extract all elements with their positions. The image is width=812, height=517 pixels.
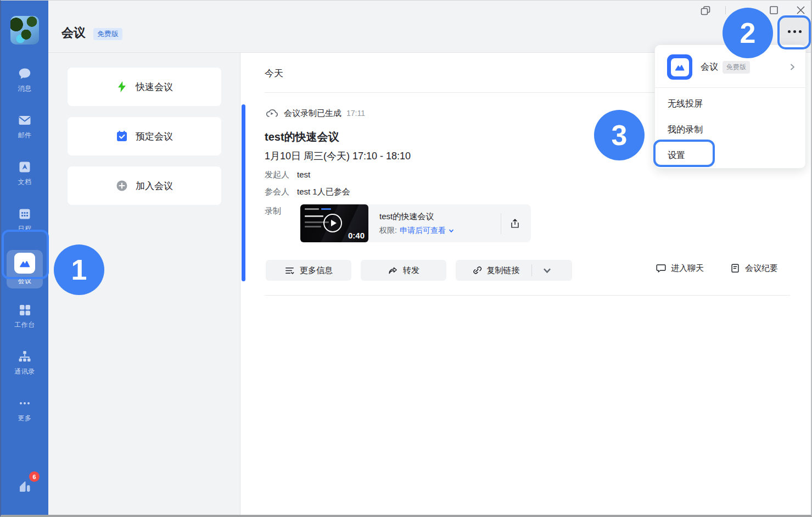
menu-free-badge: 免费版 xyxy=(723,61,750,74)
play-icon[interactable] xyxy=(323,214,342,232)
more-options-menu: 会议 免费版 无线投屏 我的录制 设置 xyxy=(654,45,806,169)
maximize-button[interactable] xyxy=(769,5,779,15)
recording-row-label: 录制 xyxy=(265,206,281,216)
user-avatar[interactable] xyxy=(10,16,39,45)
app-window: 消息 邮件 文档 日程 会议 工作台 xyxy=(0,0,812,517)
sidebar-item-label: 日程 xyxy=(18,224,32,234)
close-icon xyxy=(795,4,807,16)
button-label: 更多信息 xyxy=(300,265,333,276)
quick-meeting-button[interactable]: 快速会议 xyxy=(68,68,221,106)
share-recording-button[interactable] xyxy=(509,218,531,230)
schedule-meeting-button[interactable]: 预定会议 xyxy=(68,117,221,155)
sidebar-item-label: 工作台 xyxy=(14,320,35,330)
sidebar-item-meetings[interactable]: 会议 xyxy=(7,250,43,288)
forward-button[interactable]: 转发 xyxy=(361,260,446,281)
notification-badge: 6 xyxy=(29,471,40,482)
lightning-icon xyxy=(115,80,128,93)
recording-status-row: 会议录制已生成 17:11 xyxy=(265,106,365,120)
titlebar-divider xyxy=(725,6,726,14)
chevron-right-icon xyxy=(788,63,797,71)
chevron-down-icon xyxy=(448,227,455,234)
selected-item-indicator xyxy=(242,104,245,281)
sidebar-item-label: 消息 xyxy=(18,84,32,93)
button-label: 进入聊天 xyxy=(671,263,704,274)
button-label: 加入会议 xyxy=(136,180,173,192)
join-meeting-button[interactable]: 加入会议 xyxy=(68,166,221,205)
button-label: 快速会议 xyxy=(136,81,173,93)
maximize-icon xyxy=(769,5,779,15)
permission-label: 权限: xyxy=(379,226,397,236)
menu-app-name: 会议 xyxy=(701,62,718,73)
sidebar-item-announcement[interactable]: 6 xyxy=(15,476,34,497)
organizer-label: 发起人 xyxy=(265,170,289,180)
document-icon xyxy=(17,159,32,175)
divider xyxy=(501,213,501,234)
pop-out-icon xyxy=(699,4,712,17)
button-label: 复制链接 xyxy=(487,265,520,276)
sidebar-item-label: 文档 xyxy=(18,177,32,187)
org-tree-icon xyxy=(17,349,32,364)
step2-badge: 2 xyxy=(723,8,773,58)
sidebar-item-calendar[interactable]: 日程 xyxy=(7,203,43,236)
sidebar-item-label: 会议 xyxy=(18,276,32,286)
recording-info: test的快速会议 权限: 申请后可查看 xyxy=(368,212,501,236)
divider xyxy=(655,87,805,88)
organizer-row: 发起人 test xyxy=(265,170,310,180)
button-label: 转发 xyxy=(403,265,419,276)
share-icon xyxy=(509,218,521,230)
app-sidebar: 消息 邮件 文档 日程 会议 工作台 xyxy=(1,1,48,515)
recording-title: test的快速会议 xyxy=(379,212,501,222)
meeting-icon xyxy=(14,253,35,274)
meeting-datetime: 1月10日 周三(今天) 17:10 - 18:10 xyxy=(265,149,411,163)
sidebar-item-contacts[interactable]: 通讯录 xyxy=(7,346,43,379)
participants-label: 参会人 xyxy=(265,187,289,197)
recording-status-text: 会议录制已生成 xyxy=(284,108,341,119)
forward-arrow-icon xyxy=(388,265,398,276)
sidebar-item-docs[interactable]: 文档 xyxy=(7,157,43,190)
sidebar-item-label: 邮件 xyxy=(18,131,32,140)
sidebar-nav: 消息 邮件 文档 日程 会议 工作台 xyxy=(1,63,48,440)
menu-item-my-recordings[interactable]: 我的录制 xyxy=(655,117,805,143)
participants-row: 参会人 test 1人已参会 xyxy=(265,187,350,197)
recording-status-time: 17:11 xyxy=(346,109,365,118)
copy-link-button[interactable]: 复制链接 xyxy=(456,260,572,281)
grid-icon xyxy=(17,302,32,318)
sidebar-item-label: 通讯录 xyxy=(14,367,35,376)
sidebar-item-workbench[interactable]: 工作台 xyxy=(7,299,43,332)
sidebar-item-messages[interactable]: 消息 xyxy=(7,63,43,96)
pop-out-window-button[interactable] xyxy=(699,4,712,17)
page-title: 会议 xyxy=(61,25,86,41)
date-group-header: 今天 xyxy=(265,67,283,80)
menu-item-settings[interactable]: 设置 xyxy=(655,143,805,169)
meeting-title: test的快速会议 xyxy=(265,130,339,144)
more-options-button[interactable] xyxy=(780,18,809,46)
minutes-doc-icon xyxy=(730,263,741,274)
calendar-check-icon xyxy=(115,130,128,143)
recording-thumbnail[interactable]: 0:40 xyxy=(300,204,368,242)
button-label: 会议纪要 xyxy=(745,263,778,274)
participants-value: test 1人已参会 xyxy=(297,187,350,197)
sidebar-item-mail[interactable]: 邮件 xyxy=(7,110,43,143)
ellipsis-icon xyxy=(788,30,791,33)
enter-chat-button[interactable]: 进入聊天 xyxy=(656,263,704,274)
more-info-button[interactable]: 更多信息 xyxy=(266,260,351,281)
calendar-icon xyxy=(17,206,32,221)
meeting-minutes-button[interactable]: 会议纪要 xyxy=(730,263,778,274)
step1-badge: 1 xyxy=(54,244,104,295)
organizer-value: test xyxy=(297,170,310,180)
chevron-down-icon xyxy=(542,265,552,276)
close-button[interactable] xyxy=(795,4,807,16)
recording-card: 0:40 test的快速会议 权限: 申请后可查看 xyxy=(300,204,531,242)
copy-link-dropdown-button[interactable] xyxy=(538,265,557,276)
meeting-app-icon xyxy=(667,54,692,80)
list-icon xyxy=(284,265,295,276)
permission-selector[interactable]: 申请后可查看 xyxy=(400,226,455,236)
recording-label: 录制 xyxy=(265,206,281,216)
menu-item-wireless-projection[interactable]: 无线投屏 xyxy=(655,91,805,117)
divider xyxy=(265,295,790,296)
sidebar-item-more[interactable]: 更多 xyxy=(7,393,43,426)
chat-bubble-icon xyxy=(17,66,32,81)
recording-duration: 0:40 xyxy=(348,231,365,240)
link-icon xyxy=(472,265,482,276)
envelope-icon xyxy=(17,113,32,128)
